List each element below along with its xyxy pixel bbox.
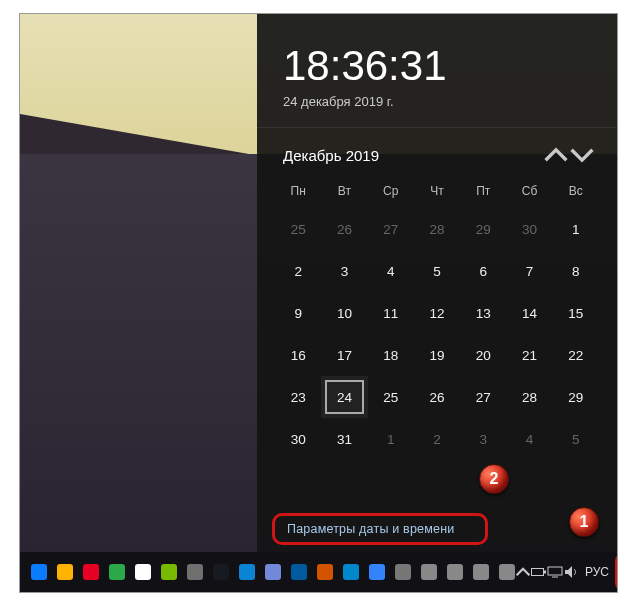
calendar-day[interactable]: 29 — [553, 376, 599, 418]
calendar-day[interactable]: 1 — [368, 418, 414, 460]
svg-rect-0 — [532, 569, 544, 576]
calendar-day[interactable]: 6 — [460, 250, 506, 292]
taskbar-app-icon[interactable] — [472, 564, 489, 581]
svg-rect-2 — [548, 567, 562, 575]
calendar-day[interactable]: 21 — [506, 334, 552, 376]
calendar-day[interactable]: 15 — [553, 292, 599, 334]
taskbar-app-icon[interactable] — [82, 564, 99, 581]
taskbar-app-icon[interactable] — [290, 564, 307, 581]
clock-time: 18:36:31 — [257, 42, 617, 90]
calendar-prev-icon[interactable] — [543, 142, 569, 168]
calendar-day[interactable]: 25 — [275, 208, 321, 250]
network-icon[interactable] — [547, 564, 563, 581]
calendar-dow-label: Пт — [460, 178, 506, 208]
calendar-day[interactable]: 26 — [414, 376, 460, 418]
datetime-flyout: 18:36:31 24 декабря 2019 г. Декабрь 2019… — [257, 14, 617, 554]
svg-rect-1 — [544, 571, 546, 574]
calendar-day[interactable]: 4 — [506, 418, 552, 460]
calendar-dow-label: Пн — [275, 178, 321, 208]
taskbar-clock[interactable]: 18:36 24.12.2019 — [615, 553, 618, 591]
calendar-day[interactable]: 8 — [553, 250, 599, 292]
calendar-dow-label: Сб — [506, 178, 552, 208]
calendar-dow-label: Чт — [414, 178, 460, 208]
calendar-day[interactable]: 19 — [414, 334, 460, 376]
calendar-grid: ПнВтСрЧтПтСбВс 2526272829301234567891011… — [257, 174, 617, 460]
taskbar-app-icon[interactable] — [394, 564, 411, 581]
calendar-day[interactable]: 4 — [368, 250, 414, 292]
taskbar-app-icon[interactable] — [160, 564, 177, 581]
calendar-day[interactable]: 31 — [321, 418, 367, 460]
calendar-day[interactable]: 29 — [460, 208, 506, 250]
calendar-day[interactable]: 23 — [275, 376, 321, 418]
calendar-day[interactable]: 27 — [460, 376, 506, 418]
calendar-dow-label: Вс — [553, 178, 599, 208]
taskbar-app-icon[interactable] — [30, 564, 47, 581]
calendar-day[interactable]: 3 — [321, 250, 367, 292]
calendar-day[interactable]: 20 — [460, 334, 506, 376]
volume-icon[interactable] — [563, 564, 579, 581]
taskbar-app-icon[interactable] — [108, 564, 125, 581]
calendar-day[interactable]: 14 — [506, 292, 552, 334]
annotation-badge-2: 2 — [479, 464, 509, 494]
taskbar-app-icon[interactable] — [316, 564, 333, 581]
taskbar-app-icon[interactable] — [342, 564, 359, 581]
taskbar-app-icon[interactable] — [186, 564, 203, 581]
taskbar-app-icon[interactable] — [498, 564, 515, 581]
taskbar-app-icon[interactable] — [212, 564, 229, 581]
taskbar-app-icon[interactable] — [56, 564, 73, 581]
calendar-day[interactable]: 3 — [460, 418, 506, 460]
calendar-day[interactable]: 7 — [506, 250, 552, 292]
battery-icon[interactable] — [531, 564, 547, 581]
calendar-dow-label: Ср — [368, 178, 414, 208]
calendar-day[interactable]: 30 — [506, 208, 552, 250]
calendar-day[interactable]: 13 — [460, 292, 506, 334]
taskbar-app-icon[interactable] — [264, 564, 281, 581]
screenshot-frame: 18:36:31 24 декабря 2019 г. Декабрь 2019… — [19, 13, 618, 593]
calendar-dow-label: Вт — [321, 178, 367, 208]
date-time-settings-link[interactable]: Параметры даты и времени — [272, 513, 488, 545]
calendar-day[interactable]: 12 — [414, 292, 460, 334]
taskbar-app-icon[interactable] — [368, 564, 385, 581]
calendar-day[interactable]: 30 — [275, 418, 321, 460]
calendar-day[interactable]: 28 — [506, 376, 552, 418]
calendar-day[interactable]: 11 — [368, 292, 414, 334]
calendar-day[interactable]: 10 — [321, 292, 367, 334]
calendar-day[interactable]: 18 — [368, 334, 414, 376]
calendar-day[interactable]: 5 — [553, 418, 599, 460]
calendar-day[interactable]: 24 — [321, 376, 367, 418]
taskbar-icons — [20, 564, 515, 581]
calendar-next-icon[interactable] — [569, 142, 595, 168]
calendar-day[interactable]: 1 — [553, 208, 599, 250]
calendar-day[interactable]: 27 — [368, 208, 414, 250]
annotation-badge-1: 1 — [569, 507, 599, 537]
calendar-day[interactable]: 17 — [321, 334, 367, 376]
tray-chevron-up-icon[interactable] — [515, 564, 531, 581]
taskbar: РУС 18:36 24.12.2019 — [20, 552, 617, 592]
calendar-day[interactable]: 2 — [275, 250, 321, 292]
calendar-day[interactable]: 16 — [275, 334, 321, 376]
calendar-day[interactable]: 5 — [414, 250, 460, 292]
taskbar-app-icon[interactable] — [446, 564, 463, 581]
calendar-day[interactable]: 9 — [275, 292, 321, 334]
calendar-month-label[interactable]: Декабрь 2019 — [283, 147, 543, 164]
language-indicator[interactable]: РУС — [585, 565, 609, 579]
taskbar-app-icon[interactable] — [238, 564, 255, 581]
calendar-day[interactable]: 26 — [321, 208, 367, 250]
taskbar-app-icon[interactable] — [134, 564, 151, 581]
calendar-day[interactable]: 28 — [414, 208, 460, 250]
calendar-day[interactable]: 22 — [553, 334, 599, 376]
divider — [257, 127, 617, 128]
calendar-day[interactable]: 25 — [368, 376, 414, 418]
taskbar-app-icon[interactable] — [420, 564, 437, 581]
calendar-day[interactable]: 2 — [414, 418, 460, 460]
clock-date-long: 24 декабря 2019 г. — [257, 90, 617, 127]
